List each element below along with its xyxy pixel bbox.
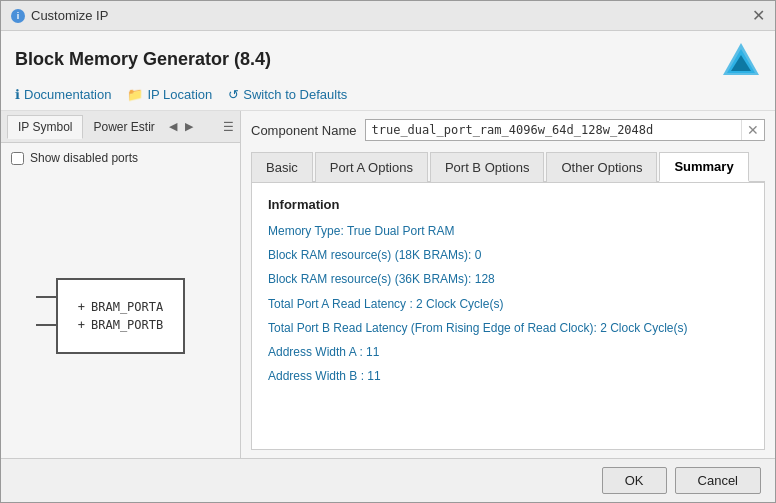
bram-port-a: + BRAM_PORTA [78, 300, 163, 314]
left-panel-tabs: IP Symbol Power Estir ◀ ▶ ☰ [1, 111, 240, 143]
port-a-line [36, 296, 56, 298]
left-panel: IP Symbol Power Estir ◀ ▶ ☰ Show disable… [1, 111, 241, 458]
switch-defaults-link[interactable]: ↺ Switch to Defaults [228, 87, 347, 102]
title-bar-left: i Customize IP [11, 8, 108, 23]
vivado-logo [721, 41, 761, 77]
tab-port-a-options[interactable]: Port A Options [315, 152, 428, 182]
ok-button[interactable]: OK [602, 467, 667, 494]
tab-scroll-left[interactable]: ◀ [165, 118, 181, 135]
component-name-label: Component Name [251, 123, 357, 138]
main-content: IP Symbol Power Estir ◀ ▶ ☰ Show disable… [1, 111, 775, 458]
close-button[interactable]: ✕ [752, 8, 765, 24]
documentation-label: Documentation [24, 87, 111, 102]
toolbar: ℹ Documentation 📁 IP Location ↺ Switch t… [15, 87, 761, 102]
tab-content-summary: Information Memory Type: True Dual Port … [251, 183, 765, 450]
show-disabled-checkbox[interactable] [11, 152, 24, 165]
info-row-1: Block RAM resource(s) (18K BRAMs): 0 [268, 246, 748, 265]
component-name-input[interactable] [366, 120, 742, 140]
documentation-link[interactable]: ℹ Documentation [15, 87, 111, 102]
info-row-4: Total Port B Read Latency (From Rising E… [268, 319, 748, 338]
switch-defaults-label: Switch to Defaults [243, 87, 347, 102]
window-icon: i [11, 9, 25, 23]
main-window: i Customize IP ✕ Block Memory Generator … [0, 0, 776, 503]
bram-port-b: + BRAM_PORTB [78, 318, 163, 332]
port-b-line [36, 324, 56, 326]
tab-other-options[interactable]: Other Options [546, 152, 657, 182]
bram-box: + BRAM_PORTA + BRAM_PORTB [56, 278, 185, 354]
right-panel: Component Name ✕ Basic Port A Options Po… [241, 111, 775, 458]
info-row-5: Address Width A : 11 [268, 343, 748, 362]
tab-basic[interactable]: Basic [251, 152, 313, 182]
info-row-2: Block RAM resource(s) (36K BRAMs): 128 [268, 270, 748, 289]
cancel-button[interactable]: Cancel [675, 467, 761, 494]
bottom-bar: OK Cancel [1, 458, 775, 502]
info-row-0: Memory Type: True Dual Port RAM [268, 222, 748, 241]
show-disabled-label: Show disabled ports [30, 151, 138, 165]
tab-port-b-options[interactable]: Port B Options [430, 152, 545, 182]
component-name-field[interactable]: ✕ [365, 119, 766, 141]
refresh-icon: ↺ [228, 87, 239, 102]
tab-menu-icon[interactable]: ☰ [223, 120, 234, 134]
window-title: Customize IP [31, 8, 108, 23]
tab-power-estimation[interactable]: Power Estir [83, 116, 164, 138]
app-title-text: Block Memory Generator (8.4) [15, 49, 271, 70]
location-label: IP Location [147, 87, 212, 102]
header-section: Block Memory Generator (8.4) ℹ Documenta… [1, 31, 775, 111]
component-name-row: Component Name ✕ [251, 119, 765, 141]
tab-ip-symbol[interactable]: IP Symbol [7, 115, 83, 139]
info-section-title: Information [268, 197, 748, 212]
app-title-row: Block Memory Generator (8.4) [15, 41, 761, 77]
component-name-clear-button[interactable]: ✕ [741, 120, 764, 140]
tab-scroll-right[interactable]: ▶ [181, 118, 197, 135]
folder-icon: 📁 [127, 87, 143, 102]
info-row-3: Total Port A Read Latency : 2 Clock Cycl… [268, 295, 748, 314]
tab-summary[interactable]: Summary [659, 152, 748, 182]
show-disabled-row: Show disabled ports [1, 143, 240, 173]
info-row-6: Address Width B : 11 [268, 367, 748, 386]
title-bar: i Customize IP ✕ [1, 1, 775, 31]
info-icon: ℹ [15, 87, 20, 102]
bram-diagram: + BRAM_PORTA + BRAM_PORTB [56, 278, 185, 354]
symbol-area: + BRAM_PORTA + BRAM_PORTB [1, 173, 240, 458]
tabs-row: Basic Port A Options Port B Options Othe… [251, 151, 765, 183]
location-link[interactable]: 📁 IP Location [127, 87, 212, 102]
